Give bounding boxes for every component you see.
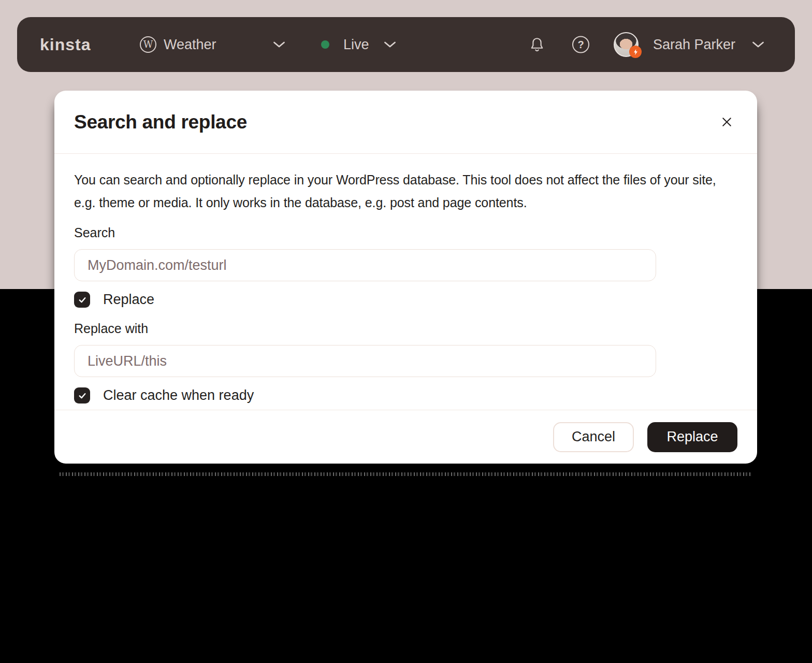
close-button[interactable] [717, 112, 736, 132]
site-selector[interactable]: W Weather [140, 36, 216, 53]
replace-button[interactable]: Replace [647, 422, 737, 452]
live-status-dot [321, 40, 329, 49]
replace-checkbox-label: Replace [103, 292, 154, 308]
checkmark-icon [78, 391, 87, 400]
modal-header: Search and replace [54, 91, 757, 154]
help-icon: ? [572, 36, 589, 53]
replace-with-input[interactable] [74, 345, 656, 377]
site-selector-chevron[interactable] [273, 41, 285, 48]
chevron-down-icon [752, 41, 764, 48]
chevron-down-icon [273, 41, 285, 48]
bell-icon [529, 37, 545, 52]
environment-chevron[interactable] [384, 41, 396, 48]
replace-checkbox-row[interactable]: Replace [74, 292, 737, 308]
search-label: Search [74, 225, 737, 240]
chevron-down-icon [384, 41, 396, 48]
checkmark-icon [78, 295, 87, 305]
modal-body: You can search and optionally replace in… [54, 154, 757, 403]
close-icon [720, 116, 733, 128]
environment-label: Live [343, 37, 369, 53]
cancel-button[interactable]: Cancel [553, 422, 634, 452]
modal-title: Search and replace [74, 111, 247, 133]
search-and-replace-modal: Search and replace You can search and op… [54, 91, 757, 464]
clear-cache-checkbox-row[interactable]: Clear cache when ready [74, 387, 737, 403]
site-selector-label: Weather [164, 37, 216, 53]
app-header: kinsta W Weather Live ? [17, 17, 795, 72]
help-button[interactable]: ? [572, 36, 589, 53]
modal-description: You can search and optionally replace in… [74, 168, 737, 214]
clear-cache-checkbox-label: Clear cache when ready [103, 387, 254, 403]
modal-footer: Cancel Replace [54, 410, 757, 464]
lightning-icon [632, 49, 639, 55]
user-menu-chevron[interactable] [752, 41, 764, 48]
user-name: Sarah Parker [653, 37, 735, 53]
search-input[interactable] [74, 249, 656, 281]
avatar [614, 32, 639, 57]
user-menu[interactable] [614, 32, 639, 57]
lightning-badge [629, 46, 642, 58]
clear-cache-checkbox[interactable] [74, 387, 90, 403]
kinsta-logo: kinsta [40, 35, 91, 54]
wordpress-icon: W [140, 36, 156, 53]
replace-checkbox[interactable] [74, 292, 90, 308]
replace-with-label: Replace with [74, 321, 737, 336]
environment-selector[interactable]: Live [343, 37, 369, 53]
